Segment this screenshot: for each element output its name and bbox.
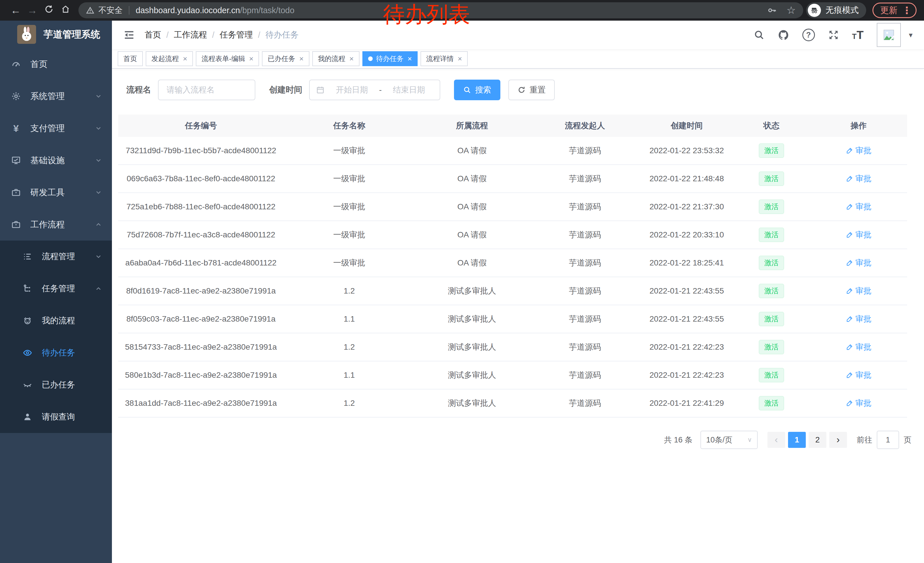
view-tab[interactable]: 首页	[118, 51, 143, 66]
sidebar-item[interactable]: 系统管理	[0, 80, 112, 112]
search-button[interactable]: 搜索	[454, 80, 500, 100]
edit-pen-icon	[846, 343, 853, 351]
chevron-icon	[95, 157, 102, 164]
tab-close-icon[interactable]: ×	[408, 55, 412, 62]
action-cell: 审批	[810, 173, 907, 185]
reload-button[interactable]	[40, 4, 57, 17]
approve-link[interactable]: 审批	[846, 145, 872, 156]
breadcrumb-item[interactable]: 首页/	[144, 29, 174, 41]
tab-close-icon[interactable]: ×	[458, 55, 462, 62]
end-date-placeholder: 结束日期	[385, 84, 434, 95]
search-icon[interactable]	[754, 30, 765, 41]
browser-menu-icon[interactable]: ⋮	[902, 5, 912, 16]
chrome-update-button[interactable]: 更新 ⋮	[873, 3, 916, 18]
date-range-picker[interactable]: 开始日期 - 结束日期	[309, 80, 440, 100]
status-cell: 激活	[733, 340, 810, 354]
approve-link[interactable]: 审批	[846, 257, 872, 268]
eye-closed-icon	[22, 380, 32, 390]
approve-link[interactable]: 审批	[846, 173, 872, 184]
breadcrumb-item[interactable]: 待办任务/	[266, 29, 298, 41]
sidebar-subitem[interactable]: 流程管理	[0, 240, 112, 273]
tab-close-icon[interactable]: ×	[183, 55, 187, 62]
github-icon[interactable]	[778, 29, 789, 41]
tab-close-icon[interactable]: ×	[249, 55, 254, 62]
process-name-input[interactable]	[158, 80, 255, 100]
task-id-cell: 8f0d1619-7ac8-11ec-a9e2-a2380e71991a	[118, 286, 284, 296]
password-key-icon[interactable]	[767, 6, 777, 15]
page-size-select[interactable]: 10条/页 ∨	[700, 431, 758, 449]
task-id-cell: 725a1eb6-7b88-11ec-8ef0-acde48001122	[118, 202, 284, 211]
create-time-cell: 2022-01-22 20:33:10	[640, 230, 733, 239]
sidebar-item[interactable]: ¥ 支付管理	[0, 112, 112, 144]
forward-button[interactable]: →	[24, 4, 40, 17]
tab-close-icon[interactable]: ×	[299, 55, 303, 62]
sidebar-subitem[interactable]: 我的流程	[0, 305, 112, 337]
goto-page-input[interactable]	[877, 431, 899, 449]
page-number-button[interactable]: 2	[808, 432, 826, 448]
help-icon[interactable]: ?	[802, 29, 815, 41]
sidebar-item[interactable]: 首页	[0, 48, 112, 80]
breadcrumb-item[interactable]: 任务管理/	[219, 29, 266, 41]
avatar[interactable]	[877, 23, 901, 47]
pagination: 共 16 条 10条/页 ∨ ‹ 1 2 ›	[118, 431, 911, 449]
sidebar-item[interactable]: 基础设施	[0, 144, 112, 176]
font-size-icon[interactable]: TT	[852, 29, 864, 41]
task-name-cell: 一级审批	[284, 230, 415, 240]
sidebar-subitem[interactable]: 请假查询	[0, 401, 112, 433]
approve-link[interactable]: 审批	[846, 370, 872, 381]
reset-button[interactable]: 重置	[508, 80, 555, 100]
sidebar-subitem[interactable]: 任务管理	[0, 273, 112, 305]
view-tab[interactable]: 流程表单-编辑 ×	[196, 51, 259, 66]
tab-close-icon[interactable]: ×	[350, 55, 354, 62]
process-list-icon	[22, 252, 32, 261]
sidebar-subitem[interactable]: 待办任务	[0, 337, 112, 369]
sidebar-collapse-icon[interactable]	[123, 29, 135, 41]
fullscreen-icon[interactable]	[828, 30, 839, 41]
tab-label: 待办任务	[376, 54, 404, 63]
view-tab[interactable]: 待办任务 ×	[362, 51, 418, 66]
sidebar-item[interactable]: 工作流程	[0, 209, 112, 240]
page-url: dashboard.yudao.iocoder.cn/bpm/task/todo	[136, 6, 294, 15]
task-name-cell: 1.2	[284, 399, 415, 408]
approve-link[interactable]: 审批	[846, 201, 872, 212]
sidebar-subitem[interactable]: 已办任务	[0, 369, 112, 401]
column-header: 创建时间	[640, 120, 733, 131]
starter-cell: 芋道源码	[529, 342, 640, 353]
page-number-button[interactable]: 1	[788, 432, 806, 448]
approve-link[interactable]: 审批	[846, 398, 872, 408]
sidebar-subitem-label: 我的流程	[42, 315, 102, 326]
sidebar-item[interactable]: 研发工具	[0, 176, 112, 209]
next-page-button[interactable]: ›	[829, 432, 847, 448]
app-logo[interactable]: 芋道管理系统	[0, 21, 112, 48]
yen-icon: ¥	[14, 123, 19, 133]
process-cell: OA 请假	[415, 257, 529, 268]
back-button[interactable]: ←	[8, 4, 24, 17]
approve-link[interactable]: 审批	[846, 285, 872, 296]
home-button[interactable]	[57, 4, 74, 17]
view-tab[interactable]: 发起流程 ×	[146, 51, 193, 66]
starter-cell: 芋道源码	[529, 257, 640, 268]
status-cell: 激活	[733, 284, 810, 298]
approve-link[interactable]: 审批	[846, 314, 872, 324]
bookmark-star-icon[interactable]: ☆	[787, 5, 796, 15]
avatar-dropdown-caret-icon[interactable]: ▾	[909, 31, 912, 39]
edit-pen-icon	[846, 203, 853, 210]
approve-link[interactable]: 审批	[846, 230, 872, 240]
task-id-cell: 75d72608-7b7f-11ec-a3c8-acde48001122	[118, 230, 284, 239]
active-tab-dot	[368, 56, 373, 61]
view-tab[interactable]: 已办任务 ×	[262, 51, 309, 66]
view-tab[interactable]: 流程详情 ×	[420, 51, 468, 66]
column-header: 任务名称	[284, 120, 415, 131]
edit-pen-icon	[846, 175, 853, 182]
address-bar[interactable]: 不安全 dashboard.yudao.iocoder.cn/bpm/task/…	[78, 2, 803, 18]
view-tab[interactable]: 我的流程 ×	[312, 51, 360, 66]
eye-open-icon	[22, 348, 32, 358]
edit-pen-icon	[846, 315, 853, 323]
prev-page-button[interactable]: ‹	[767, 432, 785, 448]
chevron-icon	[95, 285, 102, 293]
table-header: 任务编号 任务名称 所属流程 流程发起人 创建时间 状态 操作	[118, 114, 907, 137]
status-badge: 激活	[759, 312, 784, 326]
approve-link[interactable]: 审批	[846, 342, 872, 353]
toolbox-icon	[11, 188, 21, 197]
breadcrumb-item[interactable]: 工作流程/	[174, 29, 219, 41]
